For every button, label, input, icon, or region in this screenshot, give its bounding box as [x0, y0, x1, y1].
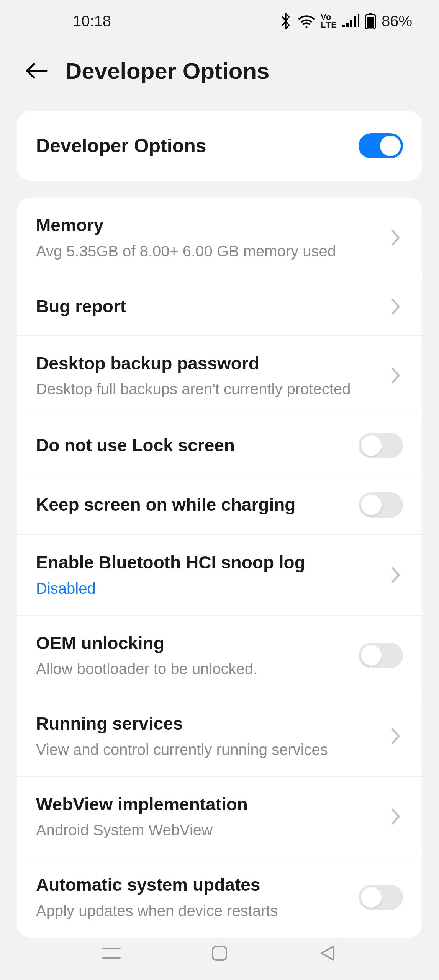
- settings-row-title: Running services: [36, 713, 378, 735]
- settings-row-text: Keep screen on while charging: [36, 494, 359, 516]
- settings-row-title: Enable Bluetooth HCI snoop log: [36, 552, 378, 574]
- page-header: Developer Options: [0, 42, 439, 111]
- settings-row-text: MemoryAvg 5.35GB of 8.00+ 6.00 GB memory…: [36, 214, 389, 261]
- developer-options-label: Developer Options: [36, 135, 206, 157]
- back-button[interactable]: [23, 57, 50, 84]
- battery-percent: 86%: [382, 13, 412, 30]
- settings-row-title: Desktop backup password: [36, 353, 378, 375]
- svg-marker-12: [321, 946, 334, 960]
- settings-row-subtitle: Disabled: [36, 578, 378, 598]
- settings-row[interactable]: Bug report: [17, 278, 422, 336]
- volte-icon: VoLTE: [321, 13, 337, 29]
- settings-row-subtitle: Android System WebView: [36, 820, 378, 840]
- settings-row-text: Automatic system updatesApply updates wh…: [36, 874, 359, 921]
- chevron-right-icon: [389, 810, 403, 823]
- nav-recent-button[interactable]: [96, 938, 127, 969]
- svg-rect-2: [350, 20, 352, 27]
- chevron-right-icon: [389, 369, 403, 382]
- settings-row-text: Enable Bluetooth HCI snoop logDisabled: [36, 552, 389, 598]
- settings-row-text: Desktop backup passwordDesktop full back…: [36, 353, 389, 399]
- settings-row-text: OEM unlockingAllow bootloader to be unlo…: [36, 632, 359, 679]
- settings-row-title: Do not use Lock screen: [36, 434, 347, 457]
- settings-row[interactable]: MemoryAvg 5.35GB of 8.00+ 6.00 GB memory…: [17, 198, 422, 278]
- battery-icon: [365, 13, 376, 29]
- svg-rect-11: [213, 946, 226, 960]
- settings-row-title: WebView implementation: [36, 794, 378, 816]
- chevron-right-icon: [389, 568, 403, 582]
- settings-row-text: WebView implementationAndroid System Web…: [36, 794, 389, 840]
- nav-home-button[interactable]: [204, 938, 235, 969]
- settings-row-subtitle: Desktop full backups aren't currently pr…: [36, 379, 378, 399]
- signal-icon: [342, 14, 359, 28]
- svg-rect-0: [342, 25, 345, 27]
- settings-row-subtitle: Allow bootloader to be unlocked.: [36, 659, 347, 679]
- settings-row[interactable]: Running servicesView and control current…: [17, 696, 422, 777]
- nav-back-button[interactable]: [312, 938, 343, 969]
- chevron-right-icon: [389, 729, 403, 743]
- chevron-right-icon: [389, 300, 403, 314]
- toggle-switch[interactable]: [359, 433, 403, 458]
- settings-row[interactable]: Enable Bluetooth HCI snoop logDisabled: [17, 535, 422, 616]
- settings-row-title: Bug report: [36, 296, 378, 318]
- navigation-bar: [0, 926, 439, 980]
- chevron-right-icon: [389, 231, 403, 245]
- toggle-switch[interactable]: [359, 885, 403, 910]
- developer-options-toggle-row[interactable]: Developer Options: [17, 111, 422, 181]
- settings-row-title: Keep screen on while charging: [36, 494, 347, 516]
- settings-row-subtitle: View and control currently running servi…: [36, 740, 378, 760]
- settings-row-text: Do not use Lock screen: [36, 434, 359, 457]
- bluetooth-icon: [279, 13, 292, 29]
- toggle-switch[interactable]: [359, 492, 403, 518]
- settings-row-subtitle: Avg 5.35GB of 8.00+ 6.00 GB memory used: [36, 241, 378, 261]
- settings-row-subtitle: Apply updates when device restarts: [36, 901, 347, 921]
- settings-row-text: Running servicesView and control current…: [36, 713, 389, 760]
- page-title: Developer Options: [65, 58, 269, 84]
- status-time: 10:18: [27, 13, 111, 30]
- settings-row[interactable]: Do not use Lock screen: [17, 416, 422, 475]
- settings-row[interactable]: Keep screen on while charging: [17, 475, 422, 535]
- wifi-icon: [298, 14, 315, 28]
- svg-rect-1: [346, 23, 349, 27]
- settings-row[interactable]: OEM unlockingAllow bootloader to be unlo…: [17, 616, 422, 696]
- status-bar: 10:18 VoLTE: [0, 0, 439, 42]
- settings-row-title: Automatic system updates: [36, 874, 347, 896]
- toggle-switch[interactable]: [359, 643, 403, 668]
- developer-options-toggle[interactable]: [359, 133, 403, 158]
- settings-row[interactable]: WebView implementationAndroid System Web…: [17, 777, 422, 858]
- svg-rect-4: [358, 14, 359, 27]
- settings-row-text: Bug report: [36, 296, 389, 318]
- svg-rect-7: [367, 17, 374, 28]
- svg-rect-3: [354, 16, 356, 27]
- settings-row[interactable]: Automatic system updatesApply updates wh…: [17, 857, 422, 938]
- settings-row[interactable]: Desktop backup passwordDesktop full back…: [17, 336, 422, 416]
- settings-row-title: Memory: [36, 214, 378, 237]
- settings-list: MemoryAvg 5.35GB of 8.00+ 6.00 GB memory…: [17, 198, 422, 938]
- settings-row-title: OEM unlocking: [36, 632, 347, 655]
- master-toggle-card: Developer Options: [17, 111, 422, 181]
- status-icons: VoLTE 86%: [279, 13, 412, 30]
